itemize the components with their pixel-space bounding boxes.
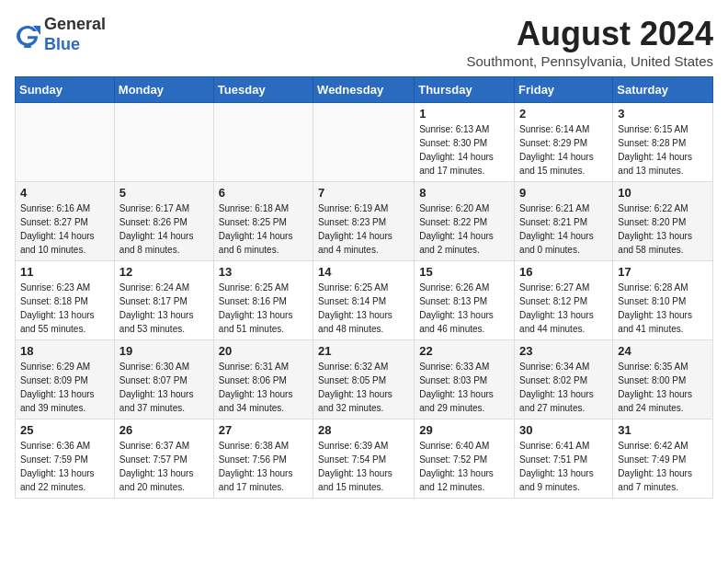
logo-blue: Blue (44, 35, 106, 55)
calendar-cell: 1Sunrise: 6:13 AM Sunset: 8:30 PM Daylig… (415, 103, 515, 182)
weekday-header-saturday: Saturday (613, 77, 713, 103)
weekday-header-tuesday: Tuesday (213, 77, 313, 103)
calendar-cell: 23Sunrise: 6:34 AM Sunset: 8:02 PM Dayli… (515, 340, 613, 419)
day-info: Sunrise: 6:28 AM Sunset: 8:10 PM Dayligh… (618, 281, 708, 336)
calendar-week-2: 4Sunrise: 6:16 AM Sunset: 8:27 PM Daylig… (16, 182, 713, 261)
day-info: Sunrise: 6:33 AM Sunset: 8:03 PM Dayligh… (419, 360, 509, 415)
day-info: Sunrise: 6:16 AM Sunset: 8:27 PM Dayligh… (20, 201, 109, 257)
calendar-table: SundayMondayTuesdayWednesdayThursdayFrid… (15, 76, 713, 499)
calendar-cell (114, 103, 213, 182)
day-number: 13 (219, 265, 308, 279)
day-info: Sunrise: 6:24 AM Sunset: 8:17 PM Dayligh… (119, 281, 209, 336)
day-info: Sunrise: 6:29 AM Sunset: 8:09 PM Dayligh… (20, 360, 109, 415)
calendar-cell: 29Sunrise: 6:40 AM Sunset: 7:52 PM Dayli… (415, 419, 515, 499)
day-number: 24 (618, 344, 708, 358)
calendar-cell: 21Sunrise: 6:32 AM Sunset: 8:05 PM Dayli… (313, 340, 415, 419)
day-info: Sunrise: 6:19 AM Sunset: 8:23 PM Dayligh… (318, 201, 409, 257)
day-number: 5 (119, 186, 209, 200)
calendar-cell: 31Sunrise: 6:42 AM Sunset: 7:49 PM Dayli… (613, 419, 713, 499)
calendar-cell: 16Sunrise: 6:27 AM Sunset: 8:12 PM Dayli… (515, 261, 613, 340)
day-info: Sunrise: 6:30 AM Sunset: 8:07 PM Dayligh… (119, 360, 209, 415)
day-info: Sunrise: 6:18 AM Sunset: 8:25 PM Dayligh… (219, 201, 308, 257)
calendar-cell: 30Sunrise: 6:41 AM Sunset: 7:51 PM Dayli… (515, 419, 613, 499)
day-info: Sunrise: 6:42 AM Sunset: 7:49 PM Dayligh… (618, 439, 708, 494)
calendar-cell: 3Sunrise: 6:15 AM Sunset: 8:28 PM Daylig… (613, 103, 713, 182)
calendar-cell: 4Sunrise: 6:16 AM Sunset: 8:27 PM Daylig… (16, 182, 115, 261)
logo-text: General Blue (44, 15, 106, 54)
calendar-cell: 13Sunrise: 6:25 AM Sunset: 8:16 PM Dayli… (213, 261, 313, 340)
calendar-cell: 12Sunrise: 6:24 AM Sunset: 8:17 PM Dayli… (114, 261, 213, 340)
calendar-cell: 14Sunrise: 6:25 AM Sunset: 8:14 PM Dayli… (313, 261, 415, 340)
day-number: 27 (219, 423, 308, 437)
title-block: August 2024 Southmont, Pennsylvania, Uni… (467, 15, 714, 69)
calendar-cell: 8Sunrise: 6:20 AM Sunset: 8:22 PM Daylig… (415, 182, 515, 261)
calendar-week-1: 1Sunrise: 6:13 AM Sunset: 8:30 PM Daylig… (16, 103, 713, 182)
calendar-cell: 18Sunrise: 6:29 AM Sunset: 8:09 PM Dayli… (16, 340, 115, 419)
calendar-cell: 25Sunrise: 6:36 AM Sunset: 7:59 PM Dayli… (16, 419, 115, 499)
weekday-header-sunday: Sunday (16, 77, 115, 103)
day-number: 31 (618, 423, 708, 437)
day-info: Sunrise: 6:32 AM Sunset: 8:05 PM Dayligh… (318, 360, 409, 415)
calendar-week-3: 11Sunrise: 6:23 AM Sunset: 8:18 PM Dayli… (16, 261, 713, 340)
day-number: 3 (618, 107, 708, 121)
day-info: Sunrise: 6:23 AM Sunset: 8:18 PM Dayligh… (20, 281, 109, 336)
day-number: 9 (519, 186, 608, 200)
weekday-header-thursday: Thursday (415, 77, 515, 103)
day-info: Sunrise: 6:17 AM Sunset: 8:26 PM Dayligh… (119, 201, 209, 257)
calendar-cell: 2Sunrise: 6:14 AM Sunset: 8:29 PM Daylig… (515, 103, 613, 182)
calendar-cell: 26Sunrise: 6:37 AM Sunset: 7:57 PM Dayli… (114, 419, 213, 499)
calendar-cell: 20Sunrise: 6:31 AM Sunset: 8:06 PM Dayli… (213, 340, 313, 419)
calendar-cell: 10Sunrise: 6:22 AM Sunset: 8:20 PM Dayli… (613, 182, 713, 261)
day-info: Sunrise: 6:39 AM Sunset: 7:54 PM Dayligh… (318, 439, 409, 494)
month-year-title: August 2024 (467, 15, 714, 53)
day-info: Sunrise: 6:27 AM Sunset: 8:12 PM Dayligh… (519, 281, 608, 336)
day-info: Sunrise: 6:35 AM Sunset: 8:00 PM Dayligh… (618, 360, 708, 415)
page-header: General Blue August 2024 Southmont, Penn… (15, 15, 713, 69)
day-info: Sunrise: 6:20 AM Sunset: 8:22 PM Dayligh… (419, 201, 509, 257)
day-info: Sunrise: 6:41 AM Sunset: 7:51 PM Dayligh… (519, 439, 608, 494)
logo-general: General (44, 15, 106, 35)
calendar-cell: 15Sunrise: 6:26 AM Sunset: 8:13 PM Dayli… (415, 261, 515, 340)
location-subtitle: Southmont, Pennsylvania, United States (467, 53, 714, 69)
day-number: 20 (219, 344, 308, 358)
calendar-cell: 9Sunrise: 6:21 AM Sunset: 8:21 PM Daylig… (515, 182, 613, 261)
day-info: Sunrise: 6:14 AM Sunset: 8:29 PM Dayligh… (519, 122, 608, 178)
logo-icon (15, 22, 40, 48)
calendar-cell: 6Sunrise: 6:18 AM Sunset: 8:25 PM Daylig… (213, 182, 313, 261)
day-number: 22 (419, 344, 509, 358)
day-info: Sunrise: 6:15 AM Sunset: 8:28 PM Dayligh… (618, 122, 708, 178)
calendar-cell: 19Sunrise: 6:30 AM Sunset: 8:07 PM Dayli… (114, 340, 213, 419)
day-number: 19 (119, 344, 209, 358)
day-number: 15 (419, 265, 509, 279)
day-info: Sunrise: 6:37 AM Sunset: 7:57 PM Dayligh… (119, 439, 209, 494)
day-number: 7 (318, 186, 409, 200)
day-number: 21 (318, 344, 409, 358)
day-number: 26 (119, 423, 209, 437)
day-info: Sunrise: 6:31 AM Sunset: 8:06 PM Dayligh… (219, 360, 308, 415)
calendar-cell: 24Sunrise: 6:35 AM Sunset: 8:00 PM Dayli… (613, 340, 713, 419)
day-number: 29 (419, 423, 509, 437)
day-number: 1 (419, 107, 509, 121)
day-number: 4 (20, 186, 109, 200)
day-number: 11 (20, 265, 109, 279)
calendar-cell: 28Sunrise: 6:39 AM Sunset: 7:54 PM Dayli… (313, 419, 415, 499)
day-number: 30 (519, 423, 608, 437)
day-info: Sunrise: 6:34 AM Sunset: 8:02 PM Dayligh… (519, 360, 608, 415)
day-info: Sunrise: 6:38 AM Sunset: 7:56 PM Dayligh… (219, 439, 308, 494)
calendar-cell (313, 103, 415, 182)
day-number: 2 (519, 107, 608, 121)
weekday-header-row: SundayMondayTuesdayWednesdayThursdayFrid… (16, 77, 713, 103)
calendar-cell: 11Sunrise: 6:23 AM Sunset: 8:18 PM Dayli… (16, 261, 115, 340)
day-info: Sunrise: 6:26 AM Sunset: 8:13 PM Dayligh… (419, 281, 509, 336)
day-info: Sunrise: 6:22 AM Sunset: 8:20 PM Dayligh… (618, 201, 708, 257)
day-info: Sunrise: 6:40 AM Sunset: 7:52 PM Dayligh… (419, 439, 509, 494)
day-number: 18 (20, 344, 109, 358)
weekday-header-friday: Friday (515, 77, 613, 103)
day-number: 17 (618, 265, 708, 279)
calendar-cell: 5Sunrise: 6:17 AM Sunset: 8:26 PM Daylig… (114, 182, 213, 261)
calendar-cell: 7Sunrise: 6:19 AM Sunset: 8:23 PM Daylig… (313, 182, 415, 261)
calendar-cell: 22Sunrise: 6:33 AM Sunset: 8:03 PM Dayli… (415, 340, 515, 419)
calendar-cell (16, 103, 115, 182)
logo: General Blue (15, 15, 106, 54)
weekday-header-monday: Monday (114, 77, 213, 103)
